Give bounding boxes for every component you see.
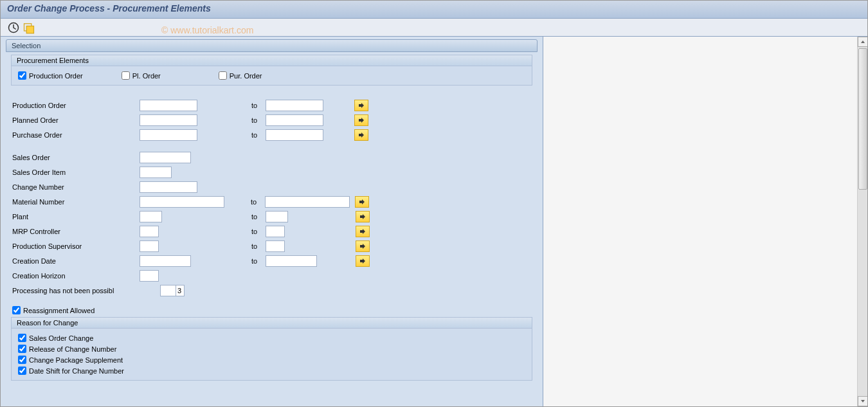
- creation-date-more-button[interactable]: [356, 255, 370, 267]
- purchase-order-from-input[interactable]: [140, 129, 197, 141]
- creation-date-from-input[interactable]: [140, 255, 191, 267]
- material-number-to-input[interactable]: [265, 196, 350, 208]
- production-order-field-label: Production Order: [11, 102, 140, 109]
- plant-row: Plant to: [11, 210, 532, 224]
- purchase-order-more-button[interactable]: [354, 129, 368, 141]
- processing-value-input[interactable]: [176, 285, 185, 296]
- planned-order-field-label: Planned Order: [11, 116, 140, 124]
- reassignment-checkbox[interactable]: Reassignment Allowed: [11, 306, 532, 314]
- mrp-more-button[interactable]: [356, 226, 370, 237]
- change-number-input[interactable]: [140, 181, 197, 193]
- plant-to-input[interactable]: [266, 211, 288, 222]
- right-panel: [543, 37, 867, 406]
- purchase-order-row: Purchase Order to: [11, 128, 532, 142]
- sales-order-item-input[interactable]: [140, 167, 172, 178]
- change-number-row: Change Number: [11, 180, 532, 194]
- plant-label: Plant: [11, 213, 140, 221]
- creation-horizon-label: Creation Horizon: [11, 272, 140, 280]
- title-bar: Order Change Process - Procurement Eleme…: [1, 1, 867, 19]
- reassignment-label: Reassignment Allowed: [23, 307, 95, 314]
- change-package-supplement-checkbox[interactable]: Change Package Supplement: [18, 354, 525, 365]
- scroll-up-button[interactable]: [858, 37, 868, 47]
- sales-order-item-row: Sales Order Item: [11, 165, 532, 179]
- production-order-to-input[interactable]: [266, 100, 323, 111]
- processing-label: Processing has not been possibl: [11, 287, 160, 294]
- production-supervisor-label: Production Supervisor: [11, 242, 140, 250]
- toolbar: [1, 19, 867, 37]
- planned-order-from-input[interactable]: [140, 114, 197, 126]
- production-order-checkbox[interactable]: Production Order: [18, 71, 83, 80]
- execute-button[interactable]: [7, 21, 20, 34]
- plant-from-input[interactable]: [140, 211, 162, 222]
- material-number-label: Material Number: [11, 198, 140, 206]
- sales-order-row: Sales Order: [11, 150, 532, 165]
- release-change-number-checkbox[interactable]: Release of Change Number: [18, 343, 525, 354]
- main-panel: Selection Procurement Elements Productio…: [1, 37, 543, 406]
- production-order-more-button[interactable]: [354, 100, 368, 111]
- creation-date-label: Creation Date: [11, 257, 140, 265]
- mrp-controller-label: MRP Controller: [11, 228, 140, 235]
- planned-order-to-input[interactable]: [266, 114, 323, 126]
- material-number-more-button[interactable]: [355, 196, 369, 208]
- creation-date-row: Creation Date to: [11, 254, 532, 268]
- processing-blank-input[interactable]: [160, 285, 176, 296]
- selection-group: Selection Procurement Elements Productio…: [6, 39, 538, 383]
- selection-header: Selection: [6, 39, 538, 52]
- production-order-from-input[interactable]: [140, 100, 197, 111]
- procurement-header: Procurement Elements: [12, 55, 532, 66]
- planned-order-more-button[interactable]: [354, 114, 368, 126]
- change-number-label: Change Number: [11, 183, 140, 191]
- creation-horizon-input[interactable]: [140, 270, 159, 282]
- mrp-controller-row: MRP Controller to: [11, 224, 532, 239]
- pl-order-checkbox[interactable]: Pl. Order: [122, 71, 161, 80]
- scrollbar[interactable]: [857, 37, 867, 406]
- production-order-label: Production Order: [29, 72, 83, 80]
- content-area: Selection Procurement Elements Productio…: [1, 37, 867, 406]
- creation-date-to-input[interactable]: [266, 255, 317, 267]
- purchase-order-to-input[interactable]: [266, 129, 323, 141]
- pl-order-label: Pl. Order: [132, 72, 161, 80]
- planned-order-row: Planned Order to: [11, 113, 532, 127]
- reason-header: Reason for Change: [12, 318, 532, 329]
- creation-horizon-row: Creation Horizon: [11, 269, 532, 283]
- procurement-elements-group: Procurement Elements Production Order Pl…: [11, 55, 532, 86]
- production-order-row: Production Order to: [11, 98, 532, 113]
- supervisor-from-input[interactable]: [140, 240, 159, 252]
- processing-row: Processing has not been possibl: [11, 284, 532, 298]
- purchase-order-field-label: Purchase Order: [11, 131, 140, 139]
- plant-more-button[interactable]: [356, 211, 370, 222]
- sales-order-change-checkbox[interactable]: Sales Order Change: [18, 332, 525, 343]
- supervisor-to-input[interactable]: [266, 240, 285, 252]
- to-label: to: [246, 102, 266, 109]
- scroll-thumb[interactable]: [858, 48, 867, 190]
- production-supervisor-row: Production Supervisor to: [11, 239, 532, 253]
- variant-button[interactable]: [23, 21, 35, 34]
- mrp-from-input[interactable]: [140, 226, 159, 237]
- supervisor-more-button[interactable]: [356, 240, 370, 252]
- svg-rect-2: [26, 26, 33, 33]
- material-number-row: Material Number to: [11, 195, 532, 209]
- sales-order-item-label: Sales Order Item: [11, 168, 140, 176]
- pur-order-label: Pur. Order: [230, 72, 262, 80]
- material-number-from-input[interactable]: [140, 196, 224, 208]
- scroll-down-button[interactable]: [858, 396, 868, 406]
- reason-group: Reason for Change Sales Order Change Rel…: [11, 317, 532, 381]
- sales-order-input[interactable]: [140, 152, 191, 163]
- date-shift-checkbox[interactable]: Date Shift for Change Number: [18, 365, 525, 376]
- page-title: Order Change Process - Procurement Eleme…: [7, 3, 861, 14]
- pur-order-checkbox[interactable]: Pur. Order: [219, 71, 262, 80]
- sales-order-label: Sales Order: [11, 154, 140, 161]
- mrp-to-input[interactable]: [266, 226, 285, 237]
